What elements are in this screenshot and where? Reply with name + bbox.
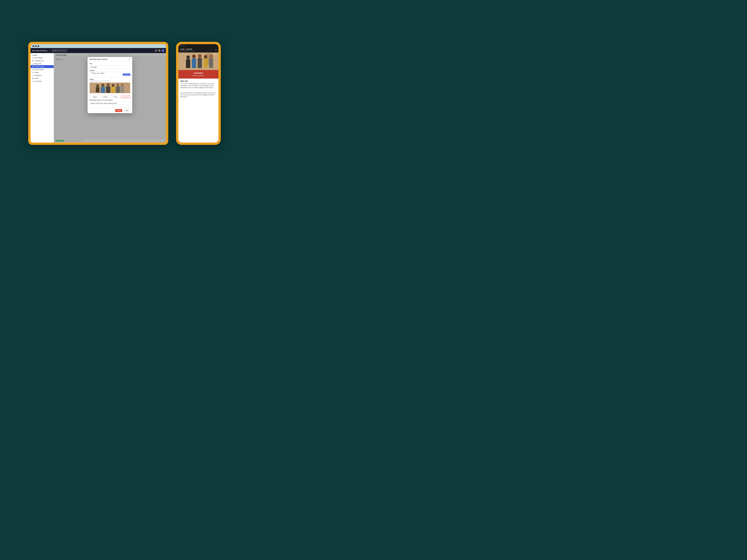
sidebar-item-client[interactable]: Client: [30, 77, 54, 80]
select-button[interactable]: 🔍 Select: [100, 96, 110, 98]
bell-icon[interactable]: 🔔: [158, 49, 161, 52]
modal-overlay: Edit Wide Quote Section ✕ Title: [54, 53, 166, 142]
mobile-logo: ALEX HAUK PERFORMANCE SUPPORT: [180, 48, 195, 51]
cms-main: Content Pages ⋯ About me Edit Wide Quote…: [54, 53, 166, 142]
sidebar-label-special-pages: Special Pages: [34, 69, 44, 71]
sidebar-item-people[interactable]: People: [30, 71, 54, 74]
cms-body: Content Site Settings Company Info Blog …: [30, 53, 166, 142]
svg-rect-14: [33, 75, 33, 75]
sidebar-label-testimonial: Testimonial: [34, 80, 42, 82]
dot-red: [32, 45, 34, 47]
image-sublabel: Image that represents the quote section: [89, 80, 130, 81]
title-label: Title: [89, 63, 130, 64]
search-icon: 🔍: [102, 96, 103, 98]
modal-header: Edit Wide Quote Section ✕: [87, 57, 132, 61]
modal-body: Title Subtitle Generate: [87, 61, 132, 108]
image-label: Image: [89, 79, 130, 80]
svg-point-1: [33, 58, 33, 58]
mobile-section-heading: Mein Ziel: [180, 80, 216, 82]
svg-marker-4: [32, 63, 33, 64]
mobile-quote-title: Lösungen: [180, 72, 216, 74]
modal-close-button[interactable]: Close: [123, 109, 130, 112]
svg-point-49: [213, 53, 215, 55]
delete-button[interactable]: Delete: [115, 109, 122, 112]
logo-x: X: [184, 48, 186, 50]
scene: alex-hauk-marketing ✎ ⚙ 🔔 A Content: [0, 0, 249, 187]
svg-rect-2: [32, 60, 33, 61]
edit-icon: ✎: [49, 50, 50, 52]
sidebar-label-company-info: Company Info: [34, 60, 44, 62]
edit-modal: Edit Wide Quote Section ✕ Title: [87, 57, 132, 113]
image-preview-area: [89, 82, 130, 95]
user-avatar[interactable]: A: [162, 49, 164, 52]
sidebar-label-content-pages: Content Pages: [34, 66, 44, 68]
site-name: alex-hauk-marketing: [32, 50, 47, 52]
sidebar-label-site-settings: Site Settings: [34, 57, 43, 59]
mobile-website: ALEX HAUK PERFORMANCE SUPPORT ≡: [178, 47, 218, 142]
mobile-logo-sub: PERFORMANCE SUPPORT: [180, 50, 195, 51]
mobile-navbar: ALEX HAUK PERFORMANCE SUPPORT ≡: [178, 47, 218, 53]
dot-yellow: [35, 45, 36, 47]
mobile-dot-1: [180, 45, 181, 46]
search-input[interactable]: [52, 49, 67, 52]
modal-title: Edit Wide Quote Section: [89, 58, 108, 60]
modal-footer: Delete Close: [87, 108, 132, 113]
svg-rect-15: [32, 76, 33, 76]
mobile-quote-subtitle: findet man immer: [180, 75, 216, 77]
image-actions: ↑ Upload 🔍 Select: [89, 96, 130, 98]
topbar-icons: ⚙ 🔔 A: [155, 49, 164, 52]
hamburger-icon[interactable]: ≡: [215, 49, 216, 51]
browser-inner: alex-hauk-marketing ✎ ⚙ 🔔 A Content: [30, 44, 166, 142]
upload-button[interactable]: ↑ Upload: [89, 96, 99, 98]
sidebar-item-site-settings[interactable]: Site Settings: [30, 56, 54, 59]
mobile-hero-image: [178, 53, 218, 70]
sidebar-item-special-pages[interactable]: Special Pages: [30, 68, 54, 71]
svg-rect-6: [33, 66, 33, 66]
cms-app: alex-hauk-marketing ✎ ⚙ 🔔 A Content: [30, 48, 166, 142]
sidebar: Content Site Settings Company Info Blog …: [30, 53, 54, 142]
settings-icon[interactable]: ⚙: [155, 49, 157, 52]
pencil-icon: ✎: [113, 96, 114, 98]
mobile-body-text-1: ist es, kleinen & mittelständischen Unte…: [180, 83, 216, 88]
mobile-inner: ALEX HAUK PERFORMANCE SUPPORT ≡: [178, 44, 218, 142]
subtitle-label: Subtitle: [89, 70, 130, 71]
sidebar-item-testimonial[interactable]: Testimonial: [30, 80, 54, 83]
svg-rect-13: [32, 75, 33, 75]
mobile-dot-3: [184, 45, 185, 46]
sidebar-item-categories[interactable]: Categories: [30, 74, 54, 77]
image-field-group: Image Image that represents the quote se…: [89, 79, 130, 105]
cms-topbar: alex-hauk-marketing ✎ ⚙ 🔔 A: [30, 48, 166, 53]
upload-icon: ↑: [92, 96, 93, 98]
dot-green: [37, 45, 39, 47]
svg-rect-48: [178, 53, 218, 70]
desktop-browser: alex-hauk-marketing ✎ ⚙ 🔔 A Content: [28, 42, 168, 145]
sidebar-item-content-pages[interactable]: Content Pages: [30, 65, 54, 68]
title-field-group: Title: [89, 63, 130, 69]
sidebar-item-blog-posts[interactable]: Blog posts: [30, 62, 54, 65]
mobile-logo-name: ALEX HAUK: [180, 48, 195, 50]
svg-rect-5: [32, 66, 33, 66]
alt-text-label: Alternative text (for screen readers): [89, 99, 130, 101]
mobile-chrome: [178, 44, 218, 47]
close-icon[interactable]: ✕: [129, 58, 130, 60]
mobile-body-text-2: Ich denke dabei mittel- & langfristig, g…: [180, 92, 216, 98]
svg-rect-8: [33, 67, 33, 67]
subtitle-input[interactable]: [89, 72, 122, 77]
alt-text-input[interactable]: [89, 102, 130, 105]
sidebar-label-people: People: [34, 72, 39, 73]
svg-rect-35: [90, 83, 130, 93]
svg-rect-9: [32, 69, 33, 70]
sidebar-label-blog-posts: Blog posts: [34, 63, 41, 64]
title-input[interactable]: [89, 65, 130, 69]
mobile-text-section: Mein Ziel ist es, kleinen & mittelständi…: [178, 79, 218, 99]
browser-chrome: [30, 44, 166, 48]
mobile-browser: ALEX HAUK PERFORMANCE SUPPORT ≡: [176, 42, 221, 145]
sidebar-item-company-info[interactable]: Company Info: [30, 59, 54, 62]
mobile-dot-2: [182, 45, 183, 46]
edit-button[interactable]: ✎ Edit: [110, 96, 120, 98]
sidebar-label-client: Client: [34, 77, 38, 79]
remove-button[interactable]: 🗑 Remove: [121, 96, 131, 98]
svg-point-12: [32, 72, 33, 73]
generate-button[interactable]: Generate: [123, 74, 130, 76]
svg-rect-17: [32, 78, 33, 79]
